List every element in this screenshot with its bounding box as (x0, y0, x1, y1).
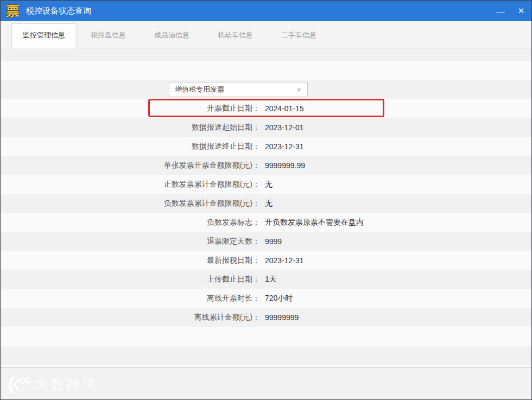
invoice-type-selected-value: 增值税专用发票 (175, 85, 224, 94)
window-controls: — ✕ (490, 1, 531, 21)
tab-monitoring-info[interactable]: 监控管理信息 (11, 23, 77, 48)
field-label: 最新报税日期： (1, 256, 260, 265)
field-row-invoice-deadline: 开票截止日期： 2024-01-15 (1, 99, 531, 118)
field-row-upload-deadline: 上传截止日期： 1天 (1, 270, 531, 289)
field-label: 退票限定天数： (1, 237, 260, 246)
field-row-offline-total-amount: 离线累计金额(元)： 99999999 (1, 308, 531, 327)
field-label: 上传截止日期： (1, 275, 260, 284)
field-value: 2023-12-31 (265, 142, 304, 151)
app-window: 票 税控设备状态查询 — ✕ 监控管理信息 税控盘信息 成品油信息 机动车信息 … (0, 0, 532, 400)
field-row-negative-total-limit: 负数发票累计金额限额(元)： 无 (1, 194, 531, 213)
field-label: 数据报送终止日期： (1, 142, 260, 151)
close-icon: ✕ (518, 6, 525, 16)
field-row-report-end-date: 数据报送终止日期： 2023-12-31 (1, 137, 531, 156)
invoice-type-select[interactable]: 增值税专用发票 ▼ (169, 82, 308, 97)
field-value: 1天 (265, 275, 277, 284)
stripe-filler (1, 327, 531, 346)
field-row-single-invoice-limit: 单张发票开票金额限额(元)： 9999999.99 (1, 156, 531, 175)
field-row-latest-tax-filing-date: 最新报税日期： 2023-12-31 (1, 251, 531, 270)
field-value: 2024-01-15 (265, 104, 304, 113)
chevron-down-icon: ▼ (295, 87, 303, 93)
field-value: 99999999 (265, 313, 299, 322)
brand-logo-icon (8, 376, 30, 393)
invoice-type-row: 增值税专用发票 ▼ (1, 80, 531, 99)
minimize-button[interactable]: — (490, 1, 511, 21)
field-value: 2023-12-31 (265, 256, 304, 265)
field-row-positive-total-limit: 正数发票累计金额限额(元)： 无 (1, 175, 531, 194)
field-label: 正数发票累计金额限额(元)： (1, 180, 260, 189)
field-value: 开负数发票原票不需要在盘内 (265, 218, 364, 227)
footer: 大数跨境 (1, 367, 531, 399)
close-button[interactable]: ✕ (511, 1, 531, 21)
brand-watermark: 大数跨境 (8, 375, 98, 394)
field-value: 无 (265, 180, 273, 189)
field-row-negative-invoice-flag: 负数发票标志： 开负数发票原票不需要在盘内 (1, 213, 531, 232)
brand-name: 大数跨境 (35, 375, 98, 394)
field-value: 9999999.99 (265, 161, 305, 170)
window-title: 税控设备状态查询 (26, 6, 91, 16)
field-value: 9999 (265, 237, 282, 246)
tab-used-car-info[interactable]: 二手车信息 (267, 24, 331, 48)
tab-motor-vehicle-info[interactable]: 机动车信息 (204, 24, 267, 48)
tab-tax-disk-info[interactable]: 税控盘信息 (77, 24, 140, 48)
field-row-report-start-date: 数据报送起始日期： 2023-12-01 (1, 118, 531, 137)
field-value: 720小时 (265, 294, 293, 303)
field-label: 离线开票时长： (1, 294, 260, 303)
field-row-refund-limit-days: 退票限定天数： 9999 (1, 232, 531, 251)
field-label: 开票截止日期： (1, 104, 260, 113)
minimize-icon: — (497, 7, 505, 16)
field-label: 负数发票累计金额限额(元)： (1, 199, 260, 208)
field-value: 2023-12-01 (265, 123, 304, 132)
tab-bar: 监控管理信息 税控盘信息 成品油信息 机动车信息 二手车信息 (1, 21, 531, 48)
field-value: 无 (265, 199, 273, 208)
app-icon: 票 (6, 4, 20, 18)
stripe-filler (1, 48, 531, 61)
tab-refined-oil-info[interactable]: 成品油信息 (140, 24, 204, 48)
titlebar: 票 税控设备状态查询 — ✕ (1, 1, 531, 21)
field-label: 数据报送起始日期： (1, 123, 260, 132)
stripe-filler (1, 61, 531, 80)
field-label: 单张发票开票金额限额(元)： (1, 161, 260, 170)
field-label: 离线累计金额(元)： (1, 313, 260, 322)
field-label: 负数发票标志： (1, 218, 260, 227)
field-row-offline-invoicing-duration: 离线开票时长： 720小时 (1, 289, 531, 308)
stripe-filler (1, 346, 531, 365)
